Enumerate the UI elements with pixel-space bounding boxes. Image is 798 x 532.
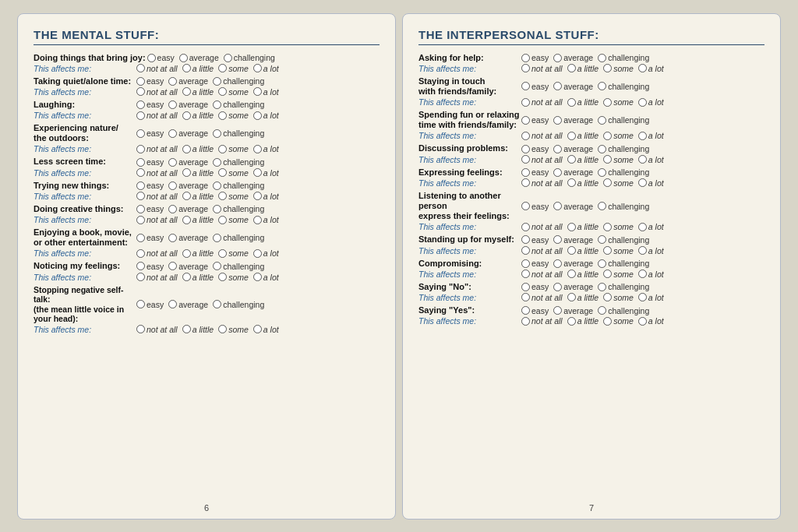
radio-circle[interactable] bbox=[598, 259, 606, 268]
radio-circle[interactable] bbox=[168, 77, 177, 86]
radio-circle[interactable] bbox=[218, 325, 227, 333]
radio-circle[interactable] bbox=[136, 262, 145, 270]
radio-circle[interactable] bbox=[168, 181, 177, 190]
radio-circle[interactable] bbox=[603, 293, 612, 301]
radio-circle[interactable] bbox=[638, 98, 647, 107]
radio-circle[interactable] bbox=[553, 202, 562, 210]
radio-circle[interactable] bbox=[567, 178, 576, 187]
radio-circle[interactable] bbox=[213, 181, 221, 190]
radio-circle[interactable] bbox=[521, 306, 530, 315]
radio-circle[interactable] bbox=[521, 54, 530, 62]
radio-circle[interactable] bbox=[253, 216, 262, 224]
radio-circle[interactable] bbox=[218, 64, 227, 72]
radio-circle[interactable] bbox=[147, 54, 156, 62]
radio-circle[interactable] bbox=[567, 270, 576, 278]
radio-circle[interactable] bbox=[638, 270, 647, 278]
radio-circle[interactable] bbox=[638, 132, 647, 140]
radio-circle[interactable] bbox=[521, 98, 530, 107]
radio-circle[interactable] bbox=[213, 262, 221, 270]
radio-circle[interactable] bbox=[567, 246, 576, 255]
radio-circle[interactable] bbox=[136, 145, 145, 153]
radio-circle[interactable] bbox=[553, 235, 562, 244]
radio-not-at-all[interactable]: not at all bbox=[136, 64, 178, 73]
radio-circle[interactable] bbox=[553, 116, 562, 125]
radio-circle[interactable] bbox=[567, 317, 576, 326]
radio-circle[interactable] bbox=[553, 82, 562, 90]
radio-circle[interactable] bbox=[598, 116, 606, 125]
radio-circle[interactable] bbox=[136, 273, 145, 281]
radio-circle[interactable] bbox=[553, 283, 562, 291]
radio-circle[interactable] bbox=[603, 132, 612, 140]
radio-circle[interactable] bbox=[598, 283, 606, 291]
radio-circle[interactable] bbox=[136, 100, 145, 109]
radio-circle[interactable] bbox=[521, 64, 530, 72]
radio-circle[interactable] bbox=[638, 178, 647, 187]
radio-circle[interactable] bbox=[253, 64, 262, 72]
radio-circle[interactable] bbox=[253, 325, 262, 333]
radio-option-challenging[interactable]: challenging bbox=[224, 53, 275, 62]
radio-circle[interactable] bbox=[182, 64, 191, 72]
radio-option-easy[interactable]: easy bbox=[147, 53, 175, 62]
radio-circle[interactable] bbox=[603, 317, 612, 326]
radio-circle[interactable] bbox=[521, 82, 530, 90]
radio-circle[interactable] bbox=[182, 273, 191, 281]
radio-circle[interactable] bbox=[567, 98, 576, 107]
radio-circle[interactable] bbox=[603, 98, 612, 107]
radio-circle[interactable] bbox=[567, 155, 576, 164]
radio-circle[interactable] bbox=[213, 300, 221, 308]
radio-circle[interactable] bbox=[213, 77, 221, 86]
radio-circle[interactable] bbox=[218, 249, 227, 258]
radio-circle[interactable] bbox=[553, 145, 562, 153]
radio-circle[interactable] bbox=[182, 192, 191, 200]
radio-circle[interactable] bbox=[224, 54, 232, 62]
radio-circle[interactable] bbox=[218, 168, 227, 177]
radio-circle[interactable] bbox=[253, 111, 262, 120]
radio-circle[interactable] bbox=[521, 168, 530, 177]
radio-circle[interactable] bbox=[598, 202, 606, 210]
radio-circle[interactable] bbox=[638, 155, 647, 164]
radio-circle[interactable] bbox=[521, 235, 530, 244]
radio-circle[interactable] bbox=[603, 178, 612, 187]
radio-circle[interactable] bbox=[603, 155, 612, 164]
radio-circle[interactable] bbox=[553, 259, 562, 268]
radio-circle[interactable] bbox=[168, 100, 177, 109]
radio-circle[interactable] bbox=[521, 202, 530, 210]
radio-option-average[interactable]: average bbox=[179, 53, 219, 62]
radio-circle[interactable] bbox=[603, 64, 612, 72]
radio-a-little[interactable]: a little bbox=[182, 64, 214, 73]
radio-circle[interactable] bbox=[567, 223, 576, 231]
radio-circle[interactable] bbox=[521, 116, 530, 125]
radio-circle[interactable] bbox=[168, 205, 177, 213]
radio-circle[interactable] bbox=[168, 262, 177, 270]
radio-circle[interactable] bbox=[136, 64, 145, 72]
radio-circle[interactable] bbox=[521, 283, 530, 291]
radio-circle[interactable] bbox=[598, 168, 606, 177]
radio-circle[interactable] bbox=[521, 145, 530, 153]
radio-circle[interactable] bbox=[598, 54, 606, 62]
radio-circle[interactable] bbox=[136, 205, 145, 213]
radio-circle[interactable] bbox=[136, 249, 145, 258]
radio-circle[interactable] bbox=[603, 270, 612, 278]
radio-circle[interactable] bbox=[253, 168, 262, 177]
radio-circle[interactable] bbox=[521, 293, 530, 301]
radio-circle[interactable] bbox=[182, 168, 191, 177]
radio-circle[interactable] bbox=[603, 223, 612, 231]
radio-circle[interactable] bbox=[521, 270, 530, 278]
radio-circle[interactable] bbox=[253, 192, 262, 200]
radio-circle[interactable] bbox=[213, 205, 221, 213]
radio-circle[interactable] bbox=[136, 158, 145, 167]
radio-circle[interactable] bbox=[253, 249, 262, 258]
radio-circle[interactable] bbox=[136, 192, 145, 200]
radio-circle[interactable] bbox=[598, 306, 606, 315]
radio-circle[interactable] bbox=[567, 64, 576, 72]
radio-circle[interactable] bbox=[182, 145, 191, 153]
radio-circle[interactable] bbox=[182, 249, 191, 258]
radio-circle[interactable] bbox=[521, 259, 530, 268]
radio-circle[interactable] bbox=[182, 111, 191, 120]
radio-circle[interactable] bbox=[567, 293, 576, 301]
radio-circle[interactable] bbox=[218, 87, 227, 96]
radio-circle[interactable] bbox=[136, 168, 145, 177]
radio-circle[interactable] bbox=[136, 300, 145, 308]
radio-circle[interactable] bbox=[218, 273, 227, 281]
radio-circle[interactable] bbox=[521, 317, 530, 326]
